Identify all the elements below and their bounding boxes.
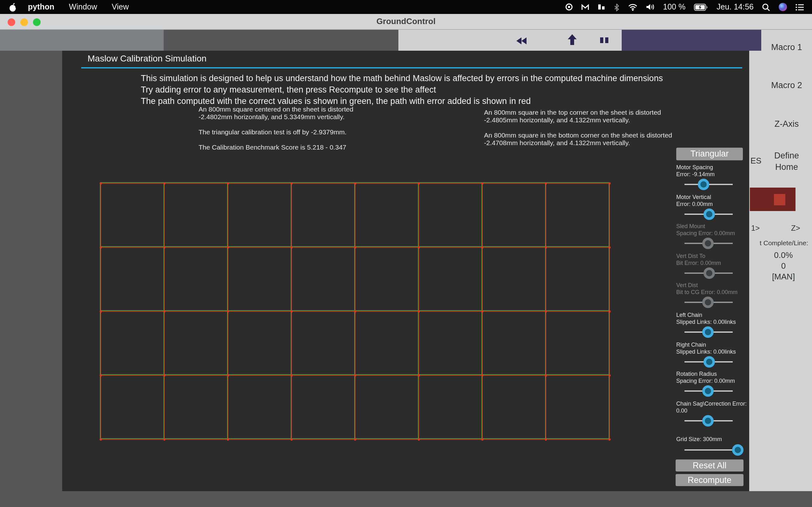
step-1-button-fragment[interactable]: 1> — [751, 224, 760, 233]
jog-bars-icon[interactable] — [600, 36, 609, 47]
status-circle-icon[interactable] — [565, 3, 573, 11]
slider-label-rotation-radius: Rotation Radius Spacing Error: 0.00mm — [676, 371, 747, 384]
wifi-icon[interactable] — [628, 3, 638, 10]
stats-center-square: An 800mm square centered on the sheet is… — [199, 105, 353, 151]
slider-label-grid-size: Grid Size: 300mm — [676, 436, 747, 443]
values-button-fragment[interactable]: ES — [751, 156, 762, 165]
slider-knob-sled-mount-spacing — [702, 238, 714, 249]
slider-group-vert-dist-bit-to-cg: Vert Dist Bit to CG Error: 0.00mm — [676, 282, 747, 310]
notification-list-icon[interactable] — [796, 3, 804, 10]
description-line-1: This simulation is designed to help us u… — [141, 73, 663, 84]
dialog-description: This simulation is designed to help us u… — [141, 73, 663, 107]
bluetooth-icon[interactable] — [613, 3, 620, 11]
app-window: Macro 1 Macro 2 Z-Axis Define Home ES 1>… — [0, 30, 812, 507]
jog-up-arrow-icon[interactable] — [566, 34, 578, 48]
macro2-button[interactable]: Macro 2 — [761, 80, 812, 90]
slider-group-sled-mount-spacing: Sled Mount Spacing Error: 0.00mm — [676, 223, 747, 251]
percent-complete-value: 0.0% — [761, 250, 806, 260]
stats-corner-squares: An 800mm square in the top corner on the… — [484, 108, 672, 147]
menu-bar-status: 100 % Jeu. 14:56 — [565, 3, 812, 11]
slider-label-left-chain: Left Chain Slipped Links: 0.00links — [676, 312, 747, 325]
slider-group-motor-vertical: Motor Vertical Error: 0.00mm — [676, 194, 747, 222]
screen: python Window View — [0, 0, 812, 507]
window-title: GroundControl — [0, 16, 812, 26]
step-z-button-fragment[interactable]: Z> — [791, 224, 800, 233]
rewind-icon[interactable] — [515, 36, 528, 48]
slider-label-right-chain: Right Chain Slipped Links: 0.00links — [676, 342, 747, 355]
slider-group-vert-dist-to-bit: Vert Dist To Bit Error: 0.00mm — [676, 253, 747, 281]
slider-label-motor-spacing: Motor Spacing Error: -9.14mm — [676, 164, 747, 177]
apple-menu-icon[interactable] — [9, 2, 17, 12]
mail-m-icon[interactable] — [581, 3, 589, 10]
calibration-grid-canvas — [100, 182, 609, 439]
right-sidebar-fragment-2 — [749, 51, 761, 491]
search-icon[interactable] — [762, 3, 770, 11]
dialog-title: Maslow Calibration Simulation — [88, 53, 206, 64]
window-titlebar[interactable]: GroundControl — [0, 14, 812, 30]
menu-window[interactable]: Window — [69, 3, 97, 11]
slider-label-motor-vertical: Motor Vertical Error: 0.00mm — [676, 194, 747, 207]
slider-knob-rotation-radius[interactable] — [702, 385, 714, 397]
slider-knob-left-chain[interactable] — [702, 326, 714, 338]
battery-icon[interactable] — [694, 3, 708, 10]
slider-label-sled-mount-spacing: Sled Mount Spacing Error: 0.00mm — [676, 223, 747, 236]
macro1-button[interactable]: Macro 1 — [761, 43, 812, 52]
slider-group-rotation-radius: Rotation Radius Spacing Error: 0.00mm — [676, 371, 747, 399]
slider-group-left-chain: Left Chain Slipped Links: 0.00links — [676, 312, 747, 340]
volume-icon[interactable] — [646, 3, 655, 11]
canvas-top-fragment — [398, 30, 622, 51]
slider-label-chain-sag: Chain Sag\Correction Error: 0.00 — [676, 400, 747, 414]
menu-view[interactable]: View — [112, 3, 129, 11]
slider-stack: Motor Spacing Error: -9.14mmMotor Vertic… — [676, 51, 747, 491]
jog-panel-fragment — [622, 30, 761, 51]
columns-icon[interactable] — [598, 3, 605, 11]
slider-group-motor-spacing: Motor Spacing Error: -9.14mm — [676, 164, 747, 192]
line-number-value: 0 — [761, 261, 806, 271]
slider-knob-grid-size[interactable] — [732, 444, 743, 456]
slider-group-chain-sag: Chain Sag\Correction Error: 0.00 — [676, 400, 747, 429]
menu-bar: python Window View — [0, 0, 812, 14]
siri-icon[interactable] — [778, 3, 787, 11]
slider-label-vert-dist-to-bit: Vert Dist To Bit Error: 0.00mm — [676, 253, 747, 266]
slider-knob-motor-vertical[interactable] — [704, 209, 715, 220]
define-home-button[interactable]: Define Home — [761, 150, 812, 172]
slider-group-right-chain: Right Chain Slipped Links: 0.00links — [676, 342, 747, 370]
zaxis-button[interactable]: Z-Axis — [761, 119, 812, 129]
stop-button[interactable] — [750, 187, 796, 211]
top-left-panel-fragment — [0, 30, 164, 51]
slider-label-vert-dist-bit-to-cg: Vert Dist Bit to CG Error: 0.00mm — [676, 282, 747, 295]
mode-indicator: [MAN] — [761, 272, 806, 281]
stop-icon — [774, 193, 785, 205]
battery-percent: 100 % — [663, 3, 686, 11]
slider-knob-vert-dist-to-bit — [704, 268, 715, 279]
menu-app-python[interactable]: python — [28, 3, 54, 11]
dialog-title-rule — [81, 67, 742, 68]
right-sidebar-fragment — [761, 30, 812, 491]
slider-knob-motor-spacing[interactable] — [698, 179, 710, 190]
calibration-dialog: Maslow Calibration Simulation This simul… — [62, 51, 749, 491]
slider-knob-vert-dist-bit-to-cg — [702, 297, 714, 308]
reset-all-button[interactable]: Reset All — [676, 459, 744, 471]
percent-complete-label: t Complete/Line: — [755, 239, 808, 246]
recompute-button[interactable]: Recompute — [676, 474, 744, 486]
description-line-2: Try adding error to any measurement, the… — [141, 84, 663, 96]
slider-knob-right-chain[interactable] — [704, 356, 715, 368]
menu-clock[interactable]: Jeu. 14:56 — [716, 3, 754, 11]
slider-knob-chain-sag[interactable] — [702, 415, 714, 427]
menu-bar-left: python Window View — [0, 2, 143, 12]
